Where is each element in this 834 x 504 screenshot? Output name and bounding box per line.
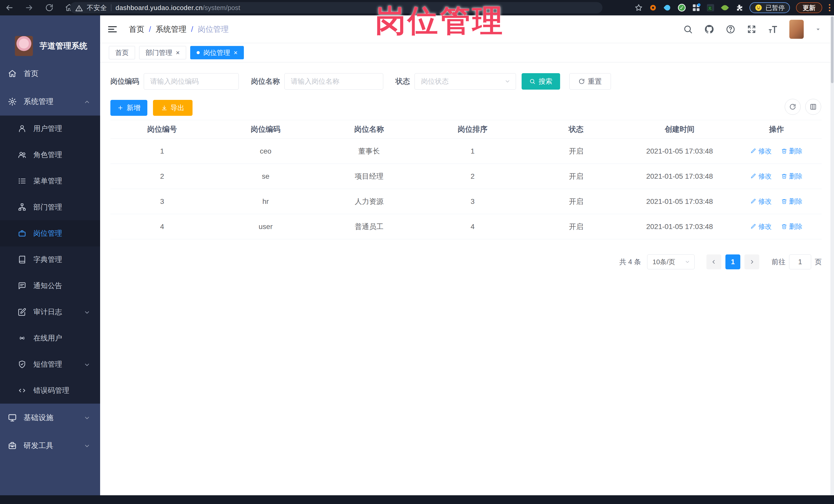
page-size-select[interactable]: 10条/页	[647, 255, 695, 269]
extension-donut-icon[interactable]	[649, 4, 657, 12]
caret-down-icon[interactable]	[815, 26, 821, 32]
browser-reload-icon[interactable]	[45, 3, 54, 12]
address-bar[interactable]: 不安全 dashboard.yudao.iocoder.cn/system/po…	[70, 2, 602, 13]
sidebar-item-infrastructure[interactable]: 基础设施	[0, 403, 100, 432]
edit-link[interactable]: 修改	[751, 222, 772, 231]
help-icon[interactable]	[726, 24, 736, 34]
browser-forward-icon[interactable]	[25, 3, 34, 12]
table-toolbar: 新增 导出	[110, 100, 193, 116]
chevron-down-icon	[504, 78, 510, 85]
user-avatar[interactable]	[789, 20, 804, 39]
scrollbar-thumb[interactable]	[831, 17, 833, 83]
url-host: dashboard.yudao.iocoder.cn	[115, 4, 203, 12]
sidebar-item-system[interactable]: 系统管理	[0, 88, 100, 115]
sidebar-item-menu-mgmt[interactable]: 菜单管理	[0, 168, 100, 194]
security-label: 不安全	[87, 3, 107, 12]
col-created: 创建时间	[628, 120, 731, 139]
chevron-up-icon	[84, 97, 90, 106]
paused-chip[interactable]: 已暂停	[749, 2, 790, 13]
col-post-sort: 岗位排序	[421, 120, 524, 139]
chevron-down-icon	[84, 413, 90, 422]
chrome-update-button[interactable]: 更新	[796, 2, 822, 13]
post-name-label: 岗位名称	[251, 76, 280, 86]
delete-link[interactable]: 删除	[782, 197, 803, 206]
bookmark-star-icon[interactable]	[635, 4, 643, 12]
delete-link[interactable]: 删除	[782, 147, 803, 156]
address-divider	[111, 4, 111, 11]
app-title: 芋道管理系统	[40, 41, 87, 51]
extension-check-icon[interactable]: ✓	[678, 4, 686, 12]
status-select[interactable]: 岗位状态	[415, 73, 516, 90]
column-settings-button[interactable]	[805, 99, 821, 115]
tab-dept-mgmt[interactable]: 部门管理 ×	[139, 46, 186, 59]
sidebar-item-user-mgmt[interactable]: 用户管理	[0, 115, 100, 142]
extension-grid-icon[interactable]	[692, 4, 700, 12]
book-icon	[18, 255, 27, 264]
close-icon[interactable]: ×	[234, 49, 238, 56]
github-icon[interactable]	[704, 24, 715, 35]
post-name-input[interactable]	[284, 73, 383, 90]
tab-post-mgmt[interactable]: 岗位管理 ×	[190, 46, 244, 59]
search-icon[interactable]	[683, 24, 693, 34]
breadcrumb-home[interactable]: 首页	[129, 24, 144, 35]
extension-drop-icon[interactable]	[663, 4, 672, 12]
breadcrumb-current: 岗位管理	[198, 24, 229, 35]
page-1-button[interactable]: 1	[725, 255, 740, 269]
prev-page-button[interactable]	[706, 255, 721, 269]
fullscreen-icon[interactable]	[747, 24, 756, 34]
next-page-button[interactable]	[744, 255, 759, 269]
delete-link[interactable]: 删除	[782, 222, 803, 231]
post-code-input[interactable]	[144, 73, 239, 90]
pagination-total: 共 4 条	[619, 257, 641, 266]
sidebar-item-online-users[interactable]: 在线用户	[0, 325, 100, 351]
export-button[interactable]: 导出	[153, 100, 193, 116]
goto-page-input[interactable]	[789, 255, 811, 269]
paused-label: 已暂停	[766, 4, 785, 12]
search-button[interactable]: 搜索	[522, 73, 560, 90]
window-bottom-edge	[0, 495, 834, 504]
table-row: 3 hr 人力资源 3 开启 2021-01-05 17:03:48 修改 删除	[110, 189, 822, 214]
close-icon[interactable]: ×	[176, 49, 180, 56]
sidebar-item-audit-log[interactable]: 审计日志	[0, 299, 100, 325]
browser-back-icon[interactable]	[5, 3, 14, 12]
tab-home[interactable]: 首页	[109, 46, 135, 59]
sidebar-menu: 首页 系统管理 用户管理 角色管理 菜单管理 部门管理	[0, 60, 100, 460]
sidebar-item-post-mgmt[interactable]: 岗位管理	[0, 220, 100, 246]
extension-leaf-icon[interactable]	[721, 4, 729, 12]
delete-link[interactable]: 删除	[782, 172, 803, 181]
edit-link[interactable]: 修改	[751, 197, 772, 206]
sidebar-item-home[interactable]: 首页	[0, 60, 100, 88]
chevron-down-icon	[84, 308, 90, 316]
add-button[interactable]: 新增	[110, 100, 147, 116]
refresh-icon	[789, 104, 796, 110]
sidebar-item-role-mgmt[interactable]: 角色管理	[0, 142, 100, 168]
font-size-icon[interactable]	[768, 24, 778, 34]
edit-log-icon	[18, 307, 27, 316]
app-logo[interactable]: 芋道管理系统	[15, 36, 87, 56]
table-row: 2 se 项目经理 2 开启 2021-01-05 17:03:48 修改 删除	[110, 164, 822, 189]
sidebar-item-dev-tools[interactable]: 研发工具	[0, 432, 100, 460]
breadcrumb-separator: /	[191, 25, 193, 34]
extension-puzzle-icon[interactable]	[735, 4, 743, 12]
chrome-menu-icon[interactable]	[829, 4, 830, 11]
breadcrumb-system[interactable]: 系统管理	[156, 24, 186, 35]
sidebar-item-notice[interactable]: 通知公告	[0, 273, 100, 299]
sidebar-item-dept-mgmt[interactable]: 部门管理	[0, 194, 100, 220]
extension-wallet-icon[interactable]: 元	[706, 4, 715, 12]
list-icon	[18, 176, 27, 185]
table-header-row: 岗位编号 岗位编码 岗位名称 岗位排序 状态 创建时间 操作	[110, 120, 822, 139]
edit-link[interactable]: 修改	[751, 147, 772, 156]
edit-link[interactable]: 修改	[751, 172, 772, 181]
sidebar-item-error-code[interactable]: 错误码管理	[0, 377, 100, 403]
refresh-table-button[interactable]	[785, 99, 800, 115]
post-table: 岗位编号 岗位编码 岗位名称 岗位排序 状态 创建时间 操作 1 ceo 董事长	[110, 120, 822, 239]
sidebar-item-sms-mgmt[interactable]: 短信管理	[0, 351, 100, 377]
col-status: 状态	[524, 120, 628, 139]
page-scrollbar[interactable]	[830, 16, 834, 495]
user-icon	[18, 124, 27, 133]
pencil-icon	[751, 173, 756, 179]
hamburger-icon[interactable]	[107, 24, 117, 35]
screen: 不安全 dashboard.yudao.iocoder.cn/system/po…	[0, 0, 834, 504]
reset-button[interactable]: 重置	[569, 73, 611, 90]
sidebar-item-dict-mgmt[interactable]: 字典管理	[0, 246, 100, 273]
